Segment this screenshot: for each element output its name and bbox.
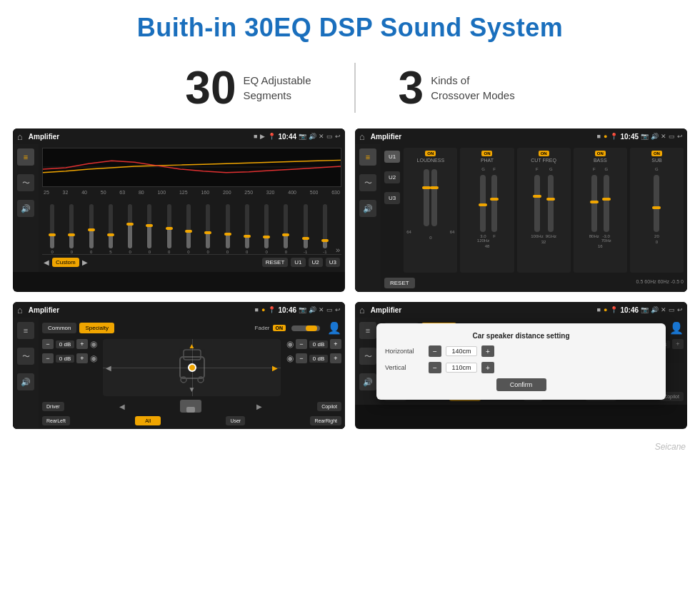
window-icon-br[interactable]: ▭	[669, 306, 675, 313]
db-minus-tl[interactable]: −	[42, 339, 54, 349]
left-chevron-icon[interactable]: ◀	[119, 403, 125, 410]
balance-dot[interactable]	[188, 363, 196, 372]
horizontal-minus[interactable]: −	[429, 345, 441, 357]
sidebar-vol-icon-bl[interactable]: 🔊	[17, 373, 34, 390]
horizontal-plus[interactable]: +	[481, 345, 494, 357]
phat-on-badge[interactable]: ON	[481, 151, 492, 156]
custom-btn[interactable]: Custom	[52, 258, 79, 267]
eq-slider-15[interactable]: -1	[316, 204, 334, 254]
right-chevron-icon[interactable]: ▶	[256, 403, 262, 410]
fader-slider[interactable]	[291, 325, 320, 331]
left-arrow-icon[interactable]: ◀	[106, 364, 111, 372]
bass-slider-1[interactable]	[591, 175, 597, 232]
eq-slider-7[interactable]: 0	[161, 204, 178, 254]
u3-btn[interactable]: U3	[384, 192, 400, 204]
eq-slider-6[interactable]: 0	[141, 204, 158, 254]
back-icon-bl[interactable]: ↩	[335, 306, 341, 313]
down-arrow-icon[interactable]: ▼	[189, 385, 196, 393]
bass-slider-2[interactable]	[604, 175, 609, 232]
sidebar-eq-icon-tr[interactable]: ≡	[359, 148, 376, 166]
vertical-plus[interactable]: +	[481, 362, 494, 373]
back-icon-tr[interactable]: ↩	[677, 133, 683, 140]
eq-slider-4[interactable]: 5	[102, 204, 119, 254]
home-icon-tr[interactable]: ⌂	[359, 131, 365, 142]
close-icon-bl[interactable]: ✕	[319, 306, 324, 313]
window-icon-bl[interactable]: ▭	[326, 306, 333, 313]
sidebar-eq-icon[interactable]: ≡	[17, 148, 34, 166]
db-plus-tr[interactable]: +	[330, 339, 341, 349]
phat-slider-2[interactable]	[491, 175, 497, 232]
user-btn-bl[interactable]: User	[226, 416, 245, 425]
window-icon[interactable]: ▭	[326, 133, 333, 140]
sidebar-vol-icon-tr[interactable]: 🔊	[359, 200, 376, 217]
home-icon-br[interactable]: ⌂	[359, 305, 365, 315]
loudness-on-badge[interactable]: ON	[425, 151, 436, 156]
home-icon-bl[interactable]: ⌂	[17, 305, 23, 315]
close-icon-br[interactable]: ✕	[661, 306, 666, 313]
eq-slider-9[interactable]: 0	[199, 204, 216, 254]
db-minus-br[interactable]: −	[296, 353, 307, 363]
back-icon[interactable]: ↩	[335, 133, 341, 140]
reset-btn-tl[interactable]: RESET	[262, 258, 289, 267]
sidebar-wave-icon-bl[interactable]: 〜	[17, 348, 34, 365]
eq-slider-2[interactable]: 0	[63, 204, 80, 254]
sidebar-eq-icon-br[interactable]: ≡	[359, 322, 376, 339]
eq-slider-11[interactable]: 0	[239, 204, 256, 254]
sidebar-wave-icon-br[interactable]: 〜	[359, 348, 376, 365]
back-icon-br[interactable]: ↩	[677, 306, 683, 313]
cutfreq-slider-2[interactable]	[548, 175, 554, 232]
u3-btn-tl[interactable]: U3	[326, 258, 340, 267]
eq-slider-10[interactable]: 0	[219, 204, 236, 254]
cutfreq-on-badge[interactable]: ON	[539, 151, 549, 156]
driver-btn-bl[interactable]: Driver	[42, 402, 64, 411]
home-icon[interactable]: ⌂	[17, 131, 23, 142]
db-minus-bl[interactable]: −	[42, 353, 54, 363]
sidebar-vol-icon[interactable]: 🔊	[17, 200, 34, 217]
reset-btn-tr[interactable]: RESET	[384, 278, 415, 288]
specialty-btn-bl[interactable]: Specialty	[79, 323, 114, 333]
u2-btn[interactable]: U2	[384, 171, 400, 183]
close-icon[interactable]: ✕	[319, 133, 324, 140]
cutfreq-slider-1[interactable]	[534, 175, 540, 232]
u2-btn-tl[interactable]: U2	[309, 258, 323, 267]
sidebar-wave-icon[interactable]: 〜	[17, 174, 34, 191]
right-arrow-icon[interactable]: ▶	[272, 364, 278, 372]
u1-btn[interactable]: U1	[384, 151, 400, 163]
eq-slider-1[interactable]: 0	[44, 204, 61, 254]
sidebar-wave-icon-tr[interactable]: 〜	[359, 174, 376, 191]
close-icon-tr[interactable]: ✕	[661, 133, 666, 140]
sub-slider[interactable]	[654, 175, 659, 232]
bass-on-badge[interactable]: ON	[595, 151, 606, 156]
eq-slider-12[interactable]: 0	[258, 204, 275, 254]
all-btn-bl[interactable]: All	[135, 416, 161, 425]
sub-on-badge[interactable]: ON	[651, 151, 662, 156]
vertical-minus[interactable]: −	[429, 362, 441, 373]
db-plus-bl[interactable]: +	[76, 353, 88, 363]
prev-icon[interactable]: ◀	[44, 258, 49, 266]
db-plus-br[interactable]: +	[330, 353, 341, 363]
copilot-btn-bl[interactable]: Copilot	[317, 402, 341, 411]
eq-slider-3[interactable]: 0	[83, 204, 100, 254]
sidebar-vol-icon-br[interactable]: 🔊	[359, 373, 376, 390]
phat-slider[interactable]	[480, 175, 486, 232]
eq-slider-14[interactable]: -1	[296, 204, 314, 254]
db-minus-tr[interactable]: −	[296, 339, 307, 349]
more-arrow-icon[interactable]: »	[336, 246, 340, 254]
next-icon[interactable]: ▶	[82, 258, 88, 266]
loudness-slider-1[interactable]	[424, 169, 429, 226]
balance-grid[interactable]: ▲ ▼ ◀ ▶	[103, 339, 281, 396]
u1-btn-tl[interactable]: U1	[291, 258, 305, 267]
slider-thumb-icon[interactable]	[180, 400, 201, 413]
sidebar-eq-icon-bl[interactable]: ≡	[17, 322, 34, 339]
common-btn-bl[interactable]: Common	[42, 323, 76, 333]
loudness-slider-2[interactable]	[431, 169, 437, 226]
up-arrow-icon[interactable]: ▲	[189, 342, 196, 350]
rearleft-btn-bl[interactable]: RearLeft	[42, 416, 70, 425]
eq-slider-5[interactable]: 0	[121, 204, 139, 254]
eq-slider-13[interactable]: 0	[277, 204, 294, 254]
confirm-btn[interactable]: Confirm	[496, 378, 546, 391]
eq-slider-8[interactable]: 0	[180, 204, 197, 254]
window-icon-tr[interactable]: ▭	[669, 133, 675, 140]
rearright-btn-bl[interactable]: RearRight	[310, 416, 341, 425]
db-plus-tl[interactable]: +	[76, 339, 88, 349]
